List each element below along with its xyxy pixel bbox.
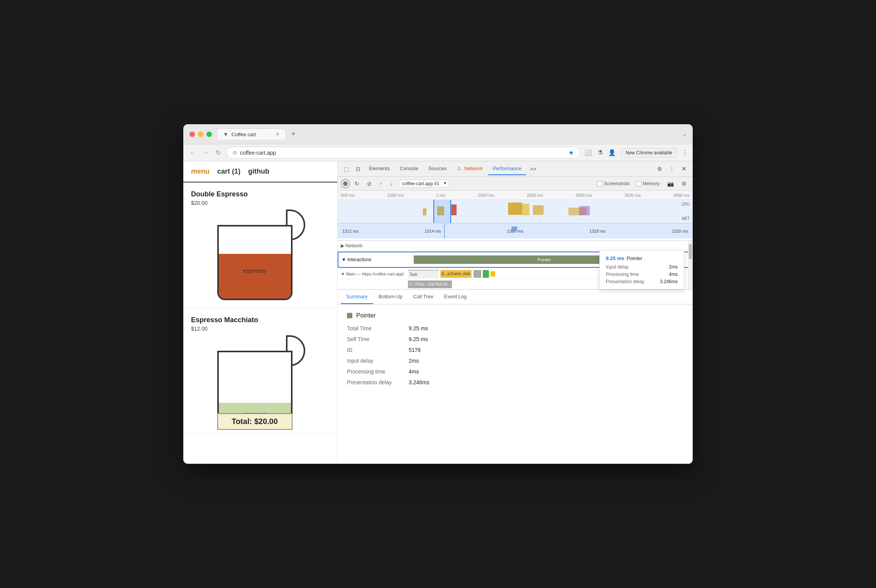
- back-button[interactable]: ←: [188, 148, 197, 158]
- main-thread-label[interactable]: ▼ Main — https://coffee-cart.app/: [338, 272, 407, 276]
- profile-icon[interactable]: 👤: [608, 149, 616, 156]
- network-track-label[interactable]: ▶ Network: [338, 243, 407, 248]
- event-log-tab[interactable]: Event Log: [439, 290, 472, 304]
- tooltip-input-delay-label: Input delay: [606, 264, 629, 270]
- summary-val-4: 4ms: [409, 368, 419, 375]
- summary-key-4: Processing time: [347, 368, 409, 375]
- record-button[interactable]: [341, 179, 350, 188]
- summary-row-0: Total Time 9.25 ms: [347, 325, 683, 331]
- extensions-icon[interactable]: ⬜: [584, 149, 592, 156]
- svg-rect-2: [451, 204, 457, 215]
- summary-key-5: Presentation delay: [347, 379, 409, 385]
- screenshots-label: Screenshots: [604, 181, 630, 186]
- zoom-band[interactable]: 1312 ms 1314 ms 1316 ms 1318 ms 1320 ms: [338, 223, 693, 238]
- bookmark-icon[interactable]: ★: [568, 149, 574, 156]
- new-chrome-button[interactable]: New Chrome available: [621, 148, 676, 157]
- labs-icon[interactable]: ⚗: [597, 149, 603, 156]
- tab-elements[interactable]: Elements: [364, 162, 394, 175]
- more-tabs-icon[interactable]: >>: [527, 164, 539, 174]
- download-profile-button[interactable]: ↓: [387, 179, 396, 188]
- devtools-settings-icon[interactable]: ⚙: [654, 164, 665, 174]
- green-bar[interactable]: [483, 270, 489, 278]
- zoom-mark-4: 1320 ms: [672, 229, 688, 233]
- product-image-1[interactable]: espresso: [210, 211, 311, 300]
- ruler-mark-4: 2500 ms: [527, 193, 543, 198]
- memory-checkbox[interactable]: [636, 181, 641, 186]
- devtools-toolbar: ⬚ ⊡ Elements Console Sources ⚠ Network P…: [338, 161, 693, 177]
- tooltip-ms: 9.25 ms: [606, 255, 624, 261]
- capture-screenshot-button[interactable]: 📷: [664, 179, 677, 188]
- browser-tab[interactable]: ▼ Coffee cart ✕: [216, 128, 286, 140]
- bottom-up-tab[interactable]: Bottom-Up: [373, 290, 408, 304]
- clear-profile-button[interactable]: ⊘: [364, 179, 375, 188]
- pointer-indicator: Pointer: [347, 312, 683, 319]
- element-picker-icon[interactable]: ⬚: [341, 164, 352, 174]
- screenshots-checkbox[interactable]: [597, 181, 602, 186]
- tab-sources[interactable]: Sources: [424, 162, 452, 175]
- tooltip-presentation-val: 3.246ms: [660, 279, 678, 284]
- upload-profile-button[interactable]: ↑: [376, 179, 385, 188]
- tab-performance[interactable]: Performance: [488, 162, 526, 175]
- browser-window: ▼ Coffee cart ✕ + ⌄ ← → ↻ ⊙ coffee-cart.…: [183, 124, 693, 464]
- new-tab-button[interactable]: +: [287, 128, 299, 140]
- timeline-selection[interactable]: [433, 200, 451, 223]
- network-track: ▶ Network: [338, 241, 693, 251]
- zoom-mark-1: 1314 ms: [424, 229, 441, 233]
- svg-rect-3: [508, 203, 523, 215]
- reload-profile-button[interactable]: ↻: [352, 179, 362, 188]
- traffic-lights: [189, 132, 212, 137]
- svg-rect-5: [533, 205, 544, 215]
- task-bar-2[interactable]: [474, 270, 481, 278]
- product-image-2[interactable]: espresso Total: $20.00: [210, 337, 311, 426]
- scrollbar-thumb[interactable]: [689, 244, 692, 259]
- task-bar[interactable]: Task: [408, 270, 439, 278]
- devtools-more-icon[interactable]: ⋮: [666, 164, 678, 174]
- tab-console[interactable]: Console: [395, 162, 423, 175]
- url-bar[interactable]: ⊙ coffee-cart.app ★: [226, 147, 580, 159]
- nav-cart[interactable]: cart (1): [217, 167, 240, 176]
- cup-liquid-1: [219, 254, 291, 299]
- reload-button[interactable]: ↻: [214, 147, 222, 158]
- yellow-bar[interactable]: [490, 271, 495, 277]
- product-price-1: $20.00: [191, 200, 330, 206]
- interactions-row-wrapper: ▼ Interactions Pointer 9.25 ms: [338, 252, 693, 268]
- call-tree-tab[interactable]: Call Tree: [408, 290, 439, 304]
- tab-title: Coffee cart: [232, 132, 256, 137]
- nav-menu[interactable]: menu: [191, 167, 210, 176]
- summary-tab[interactable]: Summary: [341, 290, 373, 304]
- func-bar[interactable]: F...l Func...Call Run M...: [408, 280, 452, 288]
- browser-actions: ⬜ ⚗ 👤 New Chrome available ⋮: [584, 148, 688, 157]
- timeline-scrollbar[interactable]: [688, 241, 693, 289]
- interactions-track-label[interactable]: ▼ Interactions: [338, 257, 408, 262]
- url-text: coffee-cart.app: [240, 150, 276, 156]
- total-text: Total: $20.00: [232, 417, 278, 426]
- website-panel: menu cart (1) github Double Espresso $20…: [183, 161, 338, 464]
- event-bar[interactable]: E...p Event: click: [440, 270, 472, 278]
- forward-button[interactable]: →: [201, 148, 210, 158]
- ruler-mark-6: 3500 ms: [624, 193, 641, 198]
- device-mode-icon[interactable]: ⊡: [353, 164, 364, 174]
- tab-close-icon[interactable]: ✕: [276, 132, 279, 137]
- cup-body-1: espresso: [217, 225, 293, 300]
- minimize-button[interactable]: [198, 132, 203, 137]
- cpu-chart-area: CPU NET: [338, 200, 693, 223]
- close-button[interactable]: [189, 132, 195, 137]
- ruler-mark-2: 1 ms: [436, 193, 445, 198]
- performance-settings-button[interactable]: ⚙: [678, 179, 690, 188]
- maximize-button[interactable]: [206, 132, 212, 137]
- browser-menu-icon[interactable]: ⋮: [682, 149, 688, 156]
- product-card-1: Double Espresso $20.00 espresso: [183, 182, 337, 308]
- summary-tabs: Summary Bottom-Up Call Tree Event Log: [338, 290, 693, 304]
- tab-network[interactable]: ⚠ Network: [452, 162, 487, 175]
- tab-favicon: ▼: [223, 131, 228, 137]
- product-price-2: $12.00: [191, 326, 330, 332]
- ruler-mark-0: 500 ms: [341, 193, 355, 198]
- target-selector[interactable]: coffee-cart.app #1 ▼: [399, 180, 449, 188]
- target-label: coffee-cart.app #1: [402, 181, 440, 186]
- nav-github[interactable]: github: [248, 167, 269, 176]
- product-name-2: Espresso Macchiato: [191, 316, 330, 324]
- devtools-close-icon[interactable]: ✕: [678, 164, 690, 174]
- tabs-menu-icon[interactable]: ⌄: [683, 132, 687, 137]
- devtools-body: 500 ms 1000 ms 1 ms 2000 ms 2500 ms 3000…: [338, 191, 693, 464]
- total-banner: Total: $20.00: [217, 413, 293, 430]
